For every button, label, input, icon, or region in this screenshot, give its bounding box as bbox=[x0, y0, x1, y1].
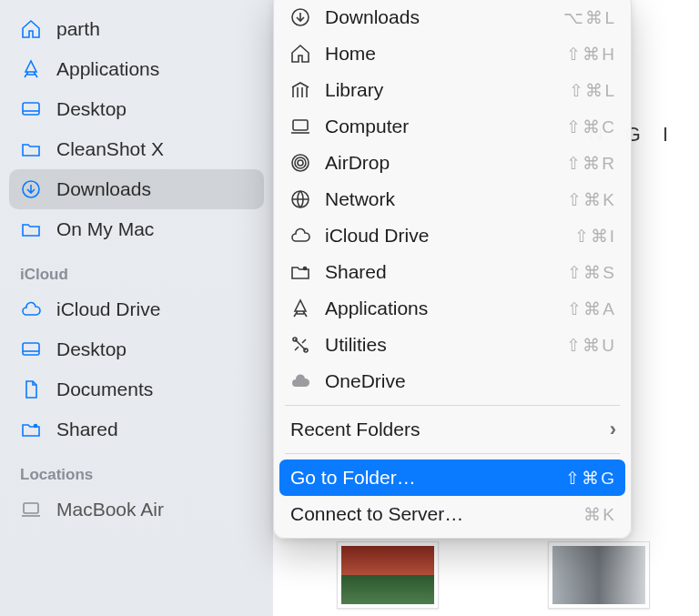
sidebar-item-downloads[interactable]: Downloads bbox=[9, 169, 264, 209]
sidebar-item-documents[interactable]: Documents bbox=[9, 369, 264, 409]
menu-item-label: Go to Folder… bbox=[287, 467, 565, 489]
menu-separator bbox=[285, 405, 620, 406]
cloud-icon bbox=[287, 222, 314, 249]
laptop-icon bbox=[18, 497, 44, 522]
sidebar-item-label: parth bbox=[56, 18, 100, 40]
menu-item-label: Utilities bbox=[325, 334, 566, 356]
menu-shortcut: ⇧⌘L bbox=[569, 80, 616, 101]
finder-sidebar: parth Applications Desktop CleanShot X D… bbox=[0, 0, 273, 616]
svg-point-12 bbox=[295, 157, 306, 168]
menu-item-label: Computer bbox=[325, 116, 566, 137]
go-menu: Downloads ⌥⌘L Home ⇧⌘H Library ⇧⌘L Compu… bbox=[273, 0, 632, 539]
sidebar-item-onmymac[interactable]: On My Mac bbox=[9, 209, 264, 249]
library-icon bbox=[287, 76, 314, 104]
thumbnail-row bbox=[337, 541, 650, 609]
menu-item-label: OneDrive bbox=[325, 370, 616, 392]
sidebar-item-label: Shared bbox=[56, 419, 118, 440]
menu-shortcut: ⇧⌘I bbox=[574, 226, 616, 247]
folder-icon bbox=[18, 217, 44, 242]
sidebar-item-label: On My Mac bbox=[56, 218, 154, 240]
folder-icon bbox=[18, 136, 44, 162]
svg-rect-6 bbox=[24, 503, 38, 513]
menu-item-library[interactable]: Library ⇧⌘L bbox=[279, 72, 625, 108]
sidebar-item-desktop[interactable]: Desktop bbox=[9, 89, 264, 129]
sidebar-heading-icloud: iCloud bbox=[9, 249, 264, 289]
menu-item-label: Home bbox=[325, 43, 566, 65]
applications-icon bbox=[18, 56, 44, 82]
sidebar-item-applications[interactable]: Applications bbox=[9, 49, 264, 89]
svg-point-5 bbox=[34, 424, 38, 429]
menu-item-label: Connect to Server… bbox=[287, 503, 583, 525]
file-thumbnail[interactable] bbox=[337, 541, 439, 609]
network-icon bbox=[287, 186, 314, 213]
sidebar-item-label: CleanShot X bbox=[56, 138, 164, 160]
shared-folder-icon bbox=[287, 258, 314, 286]
menu-item-label: Applications bbox=[325, 298, 567, 319]
sidebar-item-label: Downloads bbox=[56, 178, 151, 200]
menu-shortcut: ⇧⌘H bbox=[566, 44, 616, 65]
menu-item-recent-folders[interactable]: Recent Folders › bbox=[279, 411, 625, 448]
cloud-icon bbox=[18, 297, 44, 322]
menu-item-label: Network bbox=[325, 188, 567, 210]
cloud-solid-icon bbox=[287, 368, 314, 395]
menu-item-applications[interactable]: Applications ⇧⌘A bbox=[279, 290, 625, 327]
computer-icon bbox=[287, 113, 314, 140]
menu-shortcut: ⌘K bbox=[583, 504, 616, 525]
sidebar-item-home[interactable]: parth bbox=[9, 9, 264, 49]
menu-shortcut: ⇧⌘U bbox=[566, 335, 616, 356]
menu-shortcut: ⇧⌘K bbox=[567, 189, 616, 210]
menu-shortcut: ⇧⌘C bbox=[566, 116, 616, 137]
menu-item-network[interactable]: Network ⇧⌘K bbox=[279, 181, 625, 217]
menu-item-go-to-folder[interactable]: Go to Folder… ⇧⌘G bbox=[279, 459, 625, 496]
sidebar-item-label: Documents bbox=[56, 379, 153, 400]
menu-separator bbox=[285, 453, 620, 454]
menu-item-label: Recent Folders bbox=[287, 419, 610, 440]
menu-item-computer[interactable]: Computer ⇧⌘C bbox=[279, 108, 625, 145]
sidebar-item-macbook-air[interactable]: MacBook Air bbox=[9, 490, 264, 530]
home-icon bbox=[18, 16, 44, 42]
menu-shortcut: ⇧⌘S bbox=[567, 262, 616, 283]
file-thumbnail[interactable] bbox=[548, 541, 650, 609]
sidebar-heading-locations: Locations bbox=[9, 449, 264, 490]
sidebar-item-label: Applications bbox=[56, 58, 159, 80]
sidebar-item-label: MacBook Air bbox=[56, 499, 164, 520]
utilities-icon bbox=[287, 331, 314, 358]
sidebar-item-cleanshot[interactable]: CleanShot X bbox=[9, 129, 264, 169]
home-icon bbox=[287, 40, 314, 67]
applications-icon bbox=[287, 295, 314, 322]
sidebar-item-icloud-desktop[interactable]: Desktop bbox=[9, 329, 264, 369]
menu-item-home[interactable]: Home ⇧⌘H bbox=[279, 35, 625, 72]
chevron-right-icon: › bbox=[610, 418, 616, 441]
sidebar-item-icloud-drive[interactable]: iCloud Drive bbox=[9, 289, 264, 329]
menu-item-label: Shared bbox=[325, 261, 567, 283]
menu-item-utilities[interactable]: Utilities ⇧⌘U bbox=[279, 327, 625, 363]
sidebar-item-label: Desktop bbox=[56, 338, 127, 360]
menu-item-downloads[interactable]: Downloads ⌥⌘L bbox=[279, 0, 625, 35]
shared-folder-icon bbox=[18, 417, 44, 442]
menu-item-label: Library bbox=[325, 79, 569, 101]
menu-item-onedrive[interactable]: OneDrive bbox=[279, 363, 625, 399]
svg-rect-0 bbox=[23, 103, 39, 115]
menu-shortcut: ⇧⌘R bbox=[566, 153, 616, 174]
menu-item-airdrop[interactable]: AirDrop ⇧⌘R bbox=[279, 145, 625, 181]
svg-point-11 bbox=[298, 160, 303, 166]
svg-rect-3 bbox=[23, 343, 39, 355]
document-icon bbox=[18, 377, 44, 402]
airdrop-icon bbox=[287, 149, 314, 177]
svg-point-15 bbox=[303, 267, 308, 271]
sidebar-item-label: iCloud Drive bbox=[56, 298, 160, 320]
menu-shortcut: ⇧⌘G bbox=[565, 468, 616, 489]
menu-item-icloud-drive[interactable]: iCloud Drive ⇧⌘I bbox=[279, 217, 625, 254]
menu-shortcut: ⇧⌘A bbox=[567, 298, 616, 319]
downloads-icon bbox=[287, 4, 314, 31]
menu-item-label: AirDrop bbox=[325, 152, 566, 174]
desktop-icon bbox=[18, 337, 44, 362]
menu-item-label: iCloud Drive bbox=[325, 225, 574, 247]
menu-item-connect-to-server[interactable]: Connect to Server… ⌘K bbox=[279, 496, 625, 532]
downloads-icon bbox=[18, 177, 44, 202]
sidebar-item-shared[interactable]: Shared bbox=[9, 409, 264, 449]
svg-rect-9 bbox=[293, 120, 308, 130]
sidebar-item-label: Desktop bbox=[56, 98, 127, 120]
menu-item-shared[interactable]: Shared ⇧⌘S bbox=[279, 254, 625, 290]
desktop-icon bbox=[18, 96, 44, 122]
